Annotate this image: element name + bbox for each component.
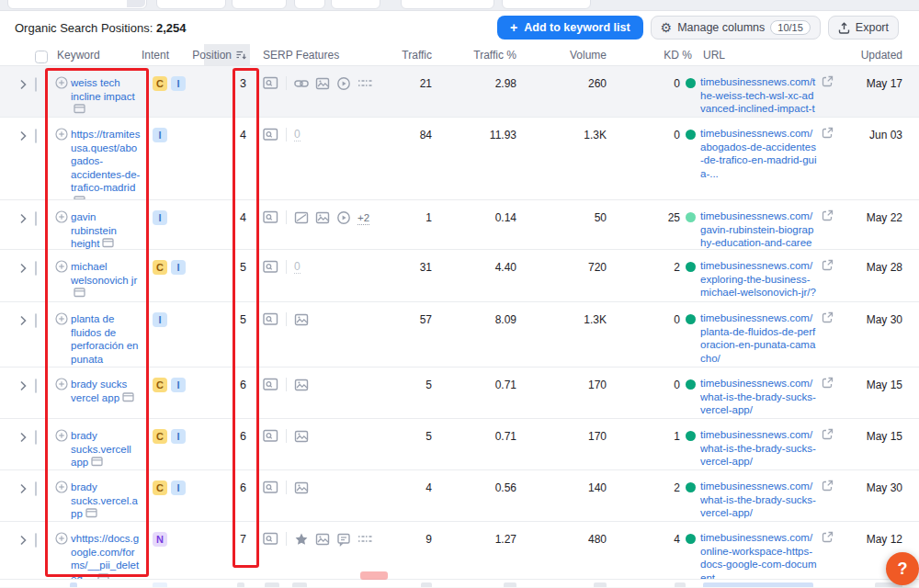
snapshot-icon[interactable] [263, 260, 278, 274]
column-header-keyword[interactable]: Keyword [55, 44, 142, 65]
filter-pill[interactable] [331, 0, 380, 9]
card-icon[interactable] [74, 104, 85, 114]
external-icon[interactable] [822, 75, 834, 87]
column-header-traffic-pct[interactable]: Traffic % [436, 44, 520, 65]
column-header-traffic[interactable]: Traffic [395, 44, 436, 65]
keyword-link[interactable]: brady sucks.vercel.app [71, 481, 141, 521]
traffic-value: 84 [395, 118, 436, 200]
snapshot-icon[interactable] [263, 378, 278, 391]
select-all-checkbox[interactable] [33, 44, 55, 65]
keyword-cell: brady sucks.vercell app [55, 419, 142, 469]
url-link[interactable]: timebusinessnews.com/what-is-the-brady-s… [700, 377, 818, 417]
expand-row-control[interactable] [0, 118, 33, 200]
url-link[interactable]: timebusinessnews.com/planta-de-fluidos-d… [700, 311, 818, 365]
card-icon[interactable] [85, 508, 97, 518]
card-icon[interactable] [91, 457, 103, 467]
url-link[interactable]: timebusinessnews.com/online-workspace-ht… [700, 531, 818, 580]
external-icon[interactable] [822, 311, 834, 323]
keyword-link[interactable]: https://tramitesusa.quest/abogados-accid… [71, 128, 141, 200]
column-header-kd[interactable]: KD % [610, 44, 700, 65]
keyword-link[interactable]: michael welsonovich jr [71, 260, 141, 302]
external-icon[interactable] [822, 531, 834, 543]
snapshot-icon[interactable] [263, 312, 278, 326]
plus-circle-icon[interactable] [55, 128, 68, 200]
serp-more-features[interactable]: +2 [357, 211, 369, 225]
plus-circle-icon[interactable] [55, 532, 68, 580]
snapshot-icon[interactable] [263, 76, 278, 90]
expand-row-control[interactable] [0, 522, 33, 580]
filter-pill[interactable] [294, 0, 325, 9]
serp-divider [286, 481, 287, 494]
keyword-link[interactable]: gavin rubinstein height [71, 210, 141, 250]
url-link[interactable]: timebusinessnews.com/exploring-the-busin… [700, 259, 818, 302]
keyword-link[interactable]: brady sucks.vercell app [71, 429, 141, 469]
keyword-link[interactable]: planta de fluidos de perforación en puna… [71, 312, 141, 368]
export-button[interactable]: Export [828, 16, 899, 40]
expand-row-control[interactable] [0, 66, 33, 118]
expand-row-control[interactable] [0, 470, 33, 521]
plus-circle-icon[interactable] [55, 312, 68, 368]
url-link[interactable]: timebusinessnews.com/abogados-de-acciden… [700, 127, 818, 180]
row-checkbox[interactable] [35, 211, 37, 226]
row-checkbox[interactable] [35, 313, 37, 328]
snapshot-icon[interactable] [263, 429, 278, 443]
filter-pill[interactable] [401, 0, 494, 9]
column-header-serp-features[interactable]: SERP Features [250, 44, 395, 65]
filter-pill[interactable] [7, 0, 147, 9]
updated-value: May 15 [845, 368, 910, 418]
filter-pill-segment[interactable] [127, 0, 145, 7]
snapshot-icon[interactable] [263, 128, 278, 141]
url-link[interactable]: timebusinessnews.com/the-weiss-tech-wsl-… [700, 75, 818, 118]
plus-circle-icon[interactable] [55, 378, 68, 418]
expand-row-control[interactable] [0, 200, 33, 250]
external-icon[interactable] [822, 209, 834, 221]
snapshot-icon[interactable] [263, 210, 278, 224]
card-icon[interactable] [97, 573, 109, 581]
intent-badge-i: I [153, 128, 167, 142]
card-icon[interactable] [74, 288, 85, 298]
url-link[interactable]: timebusinessnews.com/what-is-the-brady-s… [700, 428, 818, 469]
row-checkbox[interactable] [35, 430, 37, 445]
plus-circle-icon[interactable] [55, 76, 68, 118]
external-icon[interactable] [822, 127, 834, 139]
column-header-volume[interactable]: Volume [520, 44, 610, 65]
plus-circle-icon[interactable] [55, 481, 68, 521]
row-checkbox[interactable] [35, 261, 37, 276]
row-checkbox[interactable] [35, 481, 37, 496]
row-checkbox[interactable] [35, 379, 37, 393]
help-button[interactable]: ? [886, 552, 919, 585]
external-icon[interactable] [822, 377, 834, 389]
url-link[interactable]: timebusinessnews.com/what-is-the-brady-s… [700, 480, 818, 520]
expand-row-control[interactable] [0, 250, 33, 302]
card-icon[interactable] [122, 392, 134, 402]
external-icon[interactable] [822, 428, 834, 440]
keyword-link[interactable]: weiss tech incline impact [71, 76, 141, 118]
snapshot-icon[interactable] [263, 532, 278, 546]
filter-pill[interactable] [156, 0, 226, 9]
keyword-link[interactable]: vhttps://docs.google.com/forms/__pii_del… [71, 532, 141, 580]
plus-circle-icon[interactable] [55, 260, 68, 302]
row-checkbox[interactable] [35, 77, 37, 92]
manage-columns-button[interactable]: ⚙ Manage columns 10/15 [651, 16, 821, 40]
snapshot-icon[interactable] [263, 481, 278, 494]
traffic-pct-value: 1.27 [436, 522, 520, 580]
card-icon[interactable] [102, 238, 114, 248]
column-header-url[interactable]: URL [700, 44, 845, 65]
column-header-updated[interactable]: Updated [845, 44, 910, 65]
add-to-keyword-list-button[interactable]: + Add to keyword list [497, 16, 642, 40]
filter-pill[interactable] [502, 0, 591, 9]
expand-row-control[interactable] [0, 302, 33, 368]
row-checkbox[interactable] [35, 129, 37, 143]
filter-pill[interactable] [232, 0, 287, 9]
plus-circle-icon[interactable] [55, 210, 68, 250]
expand-row-control[interactable] [0, 419, 33, 469]
expand-row-control[interactable] [0, 368, 33, 418]
external-icon[interactable] [822, 259, 834, 271]
row-checkbox[interactable] [35, 533, 37, 548]
column-header-position[interactable]: Position [204, 44, 250, 65]
url-link[interactable]: timebusinessnews.com/gavin-rubinstein-bi… [700, 209, 818, 250]
keyword-link[interactable]: brady sucks vercel app [71, 378, 141, 418]
external-icon[interactable] [822, 480, 834, 492]
plus-circle-icon[interactable] [55, 429, 68, 469]
intent-badge-i: I [153, 312, 167, 327]
